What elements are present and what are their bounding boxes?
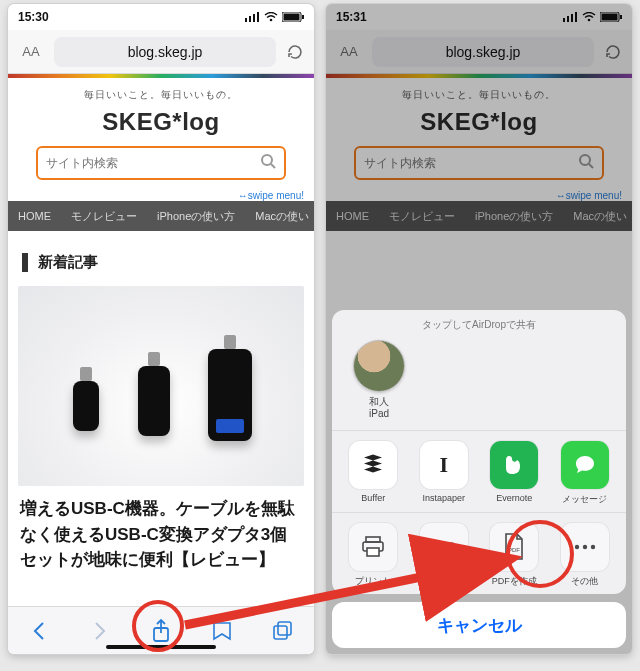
- share-apps-row: Buffer I Instapaper Evernote メッセージ: [332, 430, 626, 512]
- text-size-button[interactable]: AA: [16, 44, 46, 59]
- site-search[interactable]: [36, 146, 286, 180]
- iphone-right: 15:31 AA blog.skeg.jp 毎日いいこと。毎日いいもの。 SKE…: [326, 4, 632, 654]
- share-app-buffer[interactable]: Buffer: [340, 441, 406, 506]
- action-label: …に追加: [426, 575, 462, 588]
- app-label: Buffer: [361, 493, 385, 503]
- instapaper-icon: I: [420, 441, 468, 489]
- svg-rect-12: [278, 622, 291, 635]
- wifi-icon: [264, 12, 278, 22]
- svg-rect-3: [257, 12, 259, 22]
- nav-item[interactable]: モノレビュー: [61, 209, 147, 224]
- svg-rect-25: [367, 548, 379, 556]
- share-actions-row: プリント …に追加 PDF PDFを作成 その他: [332, 512, 626, 594]
- svg-point-4: [270, 19, 273, 22]
- share-app-evernote[interactable]: Evernote: [481, 441, 547, 506]
- swipe-hint: ↔swipe menu!: [8, 190, 314, 201]
- svg-rect-0: [245, 18, 247, 22]
- address-field[interactable]: blog.skeg.jp: [54, 37, 276, 67]
- search-icon[interactable]: [260, 153, 276, 173]
- evernote-icon: [490, 441, 538, 489]
- airdrop-person[interactable]: 和人iPad: [348, 340, 410, 420]
- article-title[interactable]: 増えるUSB-C機器。ケーブルを無駄なく使えるUSB-C変換アダプタ3個セットが…: [20, 496, 302, 573]
- battery-icon: [282, 12, 304, 22]
- blog-header: 毎日いいこと。毎日いいもの。 SKEG*log: [8, 78, 314, 188]
- app-label: Evernote: [496, 493, 532, 503]
- status-bar: 15:30: [8, 4, 314, 30]
- avatar: [353, 340, 405, 392]
- action-label: プリント: [355, 575, 391, 588]
- glasses-icon: [420, 523, 468, 571]
- svg-point-8: [262, 155, 272, 165]
- app-label: メッセージ: [562, 493, 607, 506]
- svg-point-26: [431, 543, 443, 555]
- person-device: iPad: [369, 408, 389, 419]
- svg-line-9: [271, 164, 275, 168]
- share-app-instapaper[interactable]: I Instapaper: [411, 441, 477, 506]
- site-logo: SKEG*log: [16, 108, 306, 136]
- app-label: Instapaper: [422, 493, 465, 503]
- share-sheet: タップしてAirDropで共有 和人iPad Buffer I Instapap…: [332, 310, 626, 648]
- svg-rect-7: [302, 15, 304, 19]
- search-input[interactable]: [46, 156, 260, 170]
- person-name: 和人: [369, 396, 389, 407]
- airdrop-row: 和人iPad: [332, 336, 626, 430]
- address-bar-row: AA blog.skeg.jp: [8, 30, 314, 74]
- annotation-circle-share: [132, 600, 184, 652]
- nav-item[interactable]: Macの使い: [245, 209, 314, 224]
- svg-point-31: [591, 545, 595, 549]
- action-reading-list[interactable]: …に追加: [411, 523, 477, 588]
- buffer-icon: [349, 441, 397, 489]
- action-print[interactable]: プリント: [340, 523, 406, 588]
- reload-button[interactable]: [284, 43, 306, 61]
- share-app-messages[interactable]: メッセージ: [552, 441, 618, 506]
- tagline: 毎日いいこと。毎日いいもの。: [16, 88, 306, 102]
- airdrop-heading: タップしてAirDropで共有: [332, 310, 626, 336]
- status-time: 15:30: [18, 10, 49, 24]
- annotation-circle-pdf: [506, 520, 574, 588]
- svg-point-29: [575, 545, 579, 549]
- nav-item[interactable]: iPhoneの使い方: [147, 209, 245, 224]
- section-heading: 新着記事: [22, 253, 300, 272]
- action-label: その他: [571, 575, 598, 588]
- article-hero-image[interactable]: [18, 286, 304, 486]
- signal-icon: [245, 12, 260, 22]
- svg-rect-2: [253, 14, 255, 22]
- iphone-left: 15:30 AA blog.skeg.jp 毎日いいこと。毎日いいもの。 SKE…: [8, 4, 314, 654]
- svg-rect-1: [249, 16, 251, 22]
- back-button[interactable]: [19, 611, 59, 651]
- url-text: blog.skeg.jp: [128, 44, 203, 60]
- category-nav[interactable]: HOME モノレビュー iPhoneの使い方 Macの使い: [8, 201, 314, 231]
- cancel-label: キャンセル: [437, 614, 522, 637]
- tabs-button[interactable]: [263, 611, 303, 651]
- svg-point-27: [445, 543, 457, 555]
- messages-icon: [561, 441, 609, 489]
- share-panel: タップしてAirDropで共有 和人iPad Buffer I Instapap…: [332, 310, 626, 594]
- status-indicators: [245, 12, 304, 22]
- svg-rect-6: [284, 14, 300, 21]
- svg-point-30: [583, 545, 587, 549]
- printer-icon: [349, 523, 397, 571]
- svg-rect-11: [274, 626, 287, 639]
- cancel-button[interactable]: キャンセル: [332, 602, 626, 648]
- nav-item[interactable]: HOME: [8, 210, 61, 222]
